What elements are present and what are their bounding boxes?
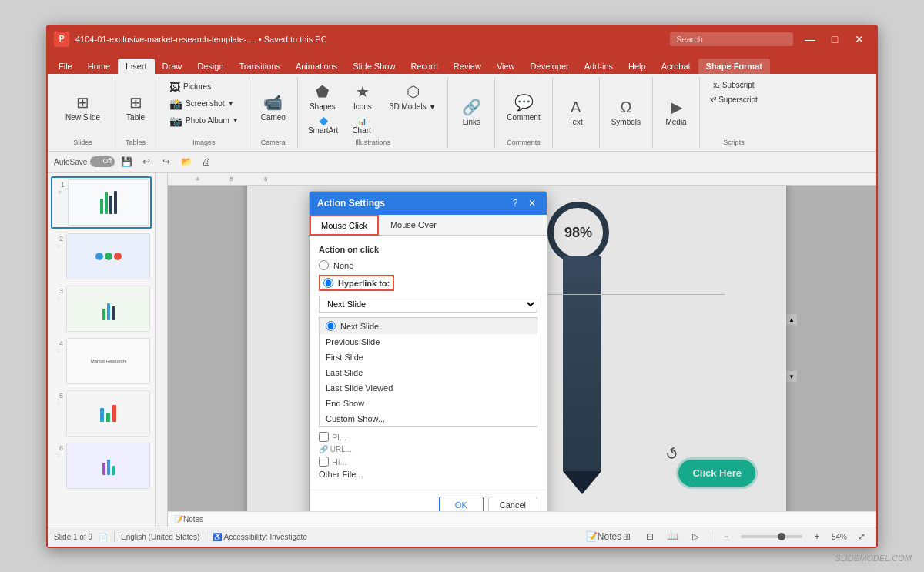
- scroll-thumb[interactable]: [786, 325, 797, 371]
- dropdown-item-next-slide[interactable]: Next Slide: [320, 318, 537, 334]
- tab-insert[interactable]: Insert: [118, 59, 155, 74]
- scroll-track[interactable]: [786, 325, 797, 371]
- slide-sorter-button[interactable]: ⊟: [641, 528, 658, 545]
- chart-button[interactable]: 📊 Chart: [348, 115, 374, 137]
- scroll-up-button[interactable]: ▲: [786, 314, 797, 325]
- tab-draw[interactable]: Draw: [155, 59, 190, 74]
- table-button[interactable]: ⊞ Table: [119, 89, 152, 125]
- dropdown-item-end-show[interactable]: End Show: [320, 396, 537, 411]
- shapes-icon: ⬟: [316, 82, 329, 101]
- pictures-button[interactable]: 🖼 Pictures: [166, 79, 215, 95]
- ok-button[interactable]: OK: [439, 497, 484, 511]
- dropdown-item-first-slide[interactable]: First Slide: [320, 350, 537, 365]
- undo-button[interactable]: ↩: [138, 153, 155, 170]
- zoom-in-button[interactable]: +: [808, 528, 825, 545]
- zoom-out-button[interactable]: −: [718, 528, 735, 545]
- slide-view-button[interactable]: ⊞: [618, 528, 635, 545]
- tab-addins[interactable]: Add-ins: [577, 59, 621, 74]
- tab-mouse-over[interactable]: Mouse Over: [379, 215, 448, 235]
- ribbon-group-symbols: Ω Symbols: [600, 77, 653, 148]
- radio-none-input[interactable]: [319, 260, 329, 270]
- tab-view[interactable]: View: [489, 59, 523, 74]
- shapes-button[interactable]: ⬟ Shapes: [304, 79, 341, 115]
- play-sound-checkbox[interactable]: [319, 432, 329, 442]
- symbols-button[interactable]: Ω Symbols: [606, 95, 646, 130]
- comment-button[interactable]: 💬 Comment: [501, 89, 545, 125]
- notes-bar[interactable]: 📝 Notes: [168, 511, 876, 527]
- links-button[interactable]: 🔗 Links: [454, 94, 488, 130]
- photo-album-button[interactable]: 📷 Photo Album ▼: [166, 112, 243, 129]
- tab-review[interactable]: Review: [446, 59, 489, 74]
- tab-shape-format[interactable]: Shape Format: [698, 59, 770, 74]
- tab-home[interactable]: Home: [80, 59, 118, 74]
- slides-group-label: Slides: [73, 139, 92, 146]
- highlight-row: Hi...: [319, 457, 537, 467]
- tab-animations[interactable]: Animations: [288, 59, 345, 74]
- minimize-button[interactable]: —: [799, 31, 821, 48]
- zoom-slider[interactable]: [741, 535, 802, 538]
- dropdown-row: Next Slide Previous Slide First Slide La…: [319, 296, 537, 313]
- redo-button[interactable]: ↪: [158, 153, 175, 170]
- smartart-button[interactable]: 🔷 SmartArt: [304, 115, 342, 137]
- notes-label: Notes: [183, 515, 203, 523]
- other-file-item[interactable]: Other File...: [319, 470, 537, 479]
- slide-preview-5: [66, 390, 150, 437]
- dialog-close-button[interactable]: ✕: [525, 196, 539, 210]
- slide-thumb-5[interactable]: 5 ☆: [51, 389, 152, 438]
- tab-developer[interactable]: Developer: [523, 59, 577, 74]
- dropdown-item-custom-show[interactable]: Custom Show...: [320, 411, 537, 426]
- dropdown-item-last-viewed[interactable]: Last Slide Viewed: [320, 380, 537, 396]
- tables-group-label: Tables: [126, 139, 146, 146]
- tab-slideshow[interactable]: Slide Show: [345, 59, 403, 74]
- right-scrollbar[interactable]: ▲ ▼: [786, 314, 797, 382]
- tab-record[interactable]: Record: [403, 59, 445, 74]
- subscript-button[interactable]: x₂ Subscript: [709, 79, 758, 92]
- dialog-help-button[interactable]: ?: [508, 196, 522, 210]
- dropdown-item-previous-slide[interactable]: Previous Slide: [320, 334, 537, 350]
- slideshow-button[interactable]: ▷: [688, 528, 705, 545]
- tab-help[interactable]: Help: [621, 59, 654, 74]
- text-button[interactable]: A Text: [559, 95, 593, 130]
- cancel-button[interactable]: Cancel: [488, 497, 537, 511]
- slide-thumb-4[interactable]: 4 ☆ Market Research: [51, 336, 152, 386]
- main-content: 1 ★ 2: [48, 173, 876, 527]
- hyperlink-dropdown[interactable]: Next Slide Previous Slide First Slide La…: [319, 296, 537, 313]
- print-button[interactable]: 🖨: [198, 153, 215, 170]
- maximize-button[interactable]: □: [824, 31, 845, 48]
- highlight-checkbox[interactable]: [319, 457, 329, 467]
- close-button[interactable]: ✕: [849, 31, 870, 48]
- save-button[interactable]: 💾: [118, 153, 135, 170]
- screenshot-button[interactable]: 📸 Screenshot ▼: [166, 95, 238, 112]
- new-slide-button[interactable]: ⊞ New Slide: [60, 89, 105, 125]
- 3d-models-button[interactable]: ⬡ 3D Models ▼: [384, 79, 441, 115]
- ribbon-group-text: A Text: [553, 77, 600, 148]
- tab-transitions[interactable]: Transitions: [232, 59, 288, 74]
- radio-hyperlink[interactable]: Hyperlink to:: [323, 278, 390, 288]
- fit-slide-button[interactable]: ⤢: [853, 528, 870, 545]
- app-logo: P: [54, 32, 69, 47]
- superscript-button[interactable]: x² Superscript: [706, 93, 762, 106]
- media-button[interactable]: ▶ Media: [659, 94, 693, 130]
- comment-icon: 💬: [514, 93, 534, 112]
- tab-mouse-click[interactable]: Mouse Click: [310, 215, 379, 236]
- scroll-down-button[interactable]: ▼: [786, 371, 797, 382]
- tab-file[interactable]: File: [51, 59, 80, 74]
- tab-design[interactable]: Design: [189, 59, 231, 74]
- slide-thumb-1[interactable]: 1 ★: [51, 176, 152, 229]
- open-button[interactable]: 📂: [178, 153, 195, 170]
- slide-thumb-3[interactable]: 3 ☆: [51, 284, 152, 333]
- radio-none[interactable]: None: [319, 260, 537, 270]
- notes-toggle-button[interactable]: 📝 Notes: [595, 528, 612, 545]
- cameo-button[interactable]: 📹 Cameo: [256, 89, 291, 125]
- autosave-toggle[interactable]: Off: [90, 156, 115, 167]
- search-input[interactable]: [670, 32, 793, 46]
- dropdown-item-last-slide[interactable]: Last Slide: [320, 365, 537, 380]
- slide-thumb-2[interactable]: 2 ☆: [51, 232, 152, 281]
- slide-thumb-6[interactable]: 6 ☆: [51, 441, 152, 490]
- radio-hyperlink-input[interactable]: [323, 278, 333, 288]
- zoom-thumb[interactable]: [778, 533, 785, 540]
- chart-icon: 📊: [357, 117, 367, 125]
- reading-view-button[interactable]: 📖: [665, 528, 681, 545]
- tab-acrobat[interactable]: Acrobat: [654, 59, 698, 74]
- icons-button[interactable]: ★ Icons: [347, 79, 378, 115]
